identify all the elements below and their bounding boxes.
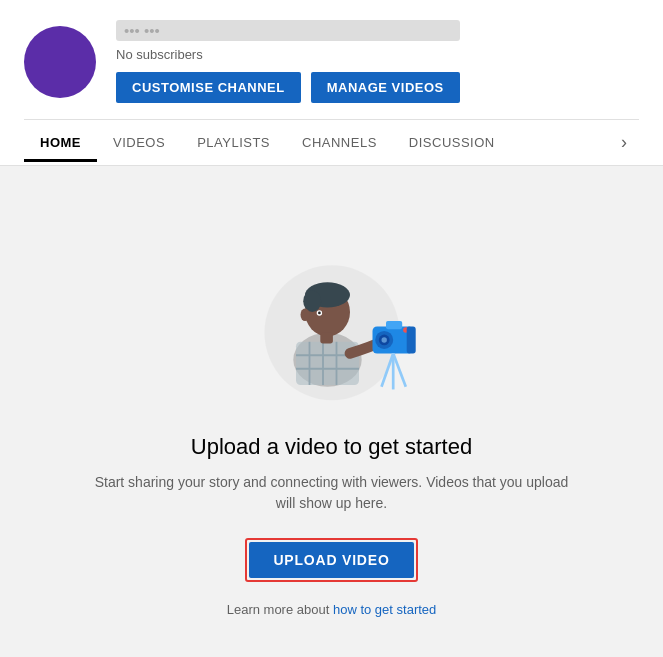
svg-point-13: [300, 308, 309, 321]
manage-videos-button[interactable]: MANAGE VIDEOS: [311, 72, 460, 103]
svg-point-12: [318, 311, 321, 314]
subscriber-count: No subscribers: [116, 47, 460, 62]
empty-state-title: Upload a video to get started: [191, 434, 472, 460]
empty-state: Upload a video to get started Start shar…: [92, 246, 572, 617]
profile-top: ••• ••• No subscribers CUSTOMISE CHANNEL…: [24, 20, 639, 119]
learn-more-text: Learn more about how to get started: [227, 602, 437, 617]
svg-rect-14: [320, 332, 333, 343]
profile-section: ••• ••• No subscribers CUSTOMISE CHANNEL…: [0, 0, 663, 166]
camera-illustration: [242, 246, 422, 406]
profile-buttons: CUSTOMISE CHANNEL MANAGE VIDEOS: [116, 72, 460, 103]
customise-channel-button[interactable]: CUSTOMISE CHANNEL: [116, 72, 301, 103]
svg-rect-19: [386, 321, 402, 329]
svg-rect-21: [406, 326, 415, 353]
upload-button-wrapper: UPLOAD VIDEO: [245, 538, 417, 582]
tab-channels[interactable]: CHANNELS: [286, 123, 393, 162]
channel-name: ••• •••: [116, 20, 460, 41]
more-tabs-icon[interactable]: ›: [609, 120, 639, 165]
how-to-get-started-link[interactable]: how to get started: [333, 602, 436, 617]
svg-point-18: [381, 337, 386, 342]
profile-info: ••• ••• No subscribers CUSTOMISE CHANNEL…: [116, 20, 460, 103]
tab-playlists[interactable]: PLAYLISTS: [181, 123, 286, 162]
empty-state-description: Start sharing your story and connecting …: [92, 472, 572, 514]
main-content: Upload a video to get started Start shar…: [0, 166, 663, 657]
tab-videos[interactable]: VIDEOS: [97, 123, 181, 162]
svg-line-24: [393, 353, 406, 386]
upload-video-button[interactable]: UPLOAD VIDEO: [249, 542, 413, 578]
nav-tabs: HOME VIDEOS PLAYLISTS CHANNELS DISCUSSIO…: [24, 119, 639, 165]
tab-home[interactable]: HOME: [24, 123, 97, 162]
avatar: [24, 26, 96, 98]
tab-discussion[interactable]: DISCUSSION: [393, 123, 511, 162]
